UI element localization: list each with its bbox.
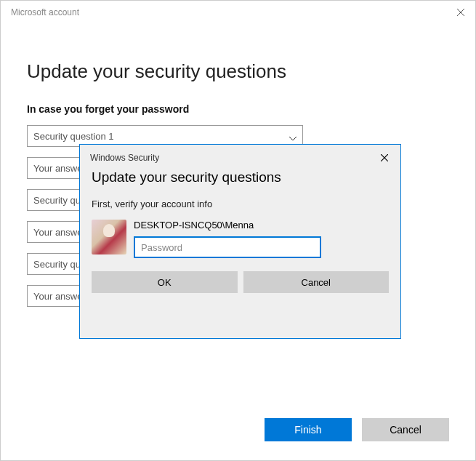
close-icon: [457, 9, 464, 16]
finish-button[interactable]: Finish: [265, 418, 352, 441]
chevron-down-icon: [289, 132, 297, 140]
account-row: DESKTOP-ISNCQ50\Menna: [92, 220, 389, 258]
dialog-title: Windows Security: [90, 153, 159, 163]
input-placeholder: Your answer: [33, 227, 86, 238]
avatar: [92, 220, 126, 254]
page-title: Update your security questions: [27, 60, 449, 83]
password-input[interactable]: [134, 236, 321, 258]
input-placeholder: Your answer: [33, 163, 86, 174]
bottom-buttons: Finish Cancel: [265, 418, 449, 441]
dialog-subtext: First, verify your account info: [92, 199, 389, 209]
close-icon: [381, 154, 388, 161]
windows-security-dialog: Windows Security Update your security qu…: [79, 144, 401, 339]
dialog-body: Update your security questions First, ve…: [80, 167, 400, 302]
page-subheading: In case you forget your password: [27, 103, 449, 115]
window-title: Microsoft account: [11, 7, 79, 17]
select-label: Security question 1: [33, 131, 114, 142]
input-placeholder: Your answer: [33, 291, 86, 302]
dialog-heading: Update your security questions: [92, 169, 389, 185]
dialog-close-button[interactable]: [374, 149, 395, 167]
cancel-button[interactable]: Cancel: [362, 418, 449, 441]
account-column: DESKTOP-ISNCQ50\Menna: [134, 220, 389, 258]
window-close-button[interactable]: [446, 1, 475, 24]
window-titlebar: Microsoft account: [1, 1, 475, 24]
ok-button[interactable]: OK: [92, 271, 238, 293]
dialog-titlebar: Windows Security: [80, 145, 400, 167]
dialog-cancel-button[interactable]: Cancel: [243, 271, 390, 293]
account-name: DESKTOP-ISNCQ50\Menna: [134, 220, 389, 230]
dialog-buttons: OK Cancel: [92, 271, 389, 293]
